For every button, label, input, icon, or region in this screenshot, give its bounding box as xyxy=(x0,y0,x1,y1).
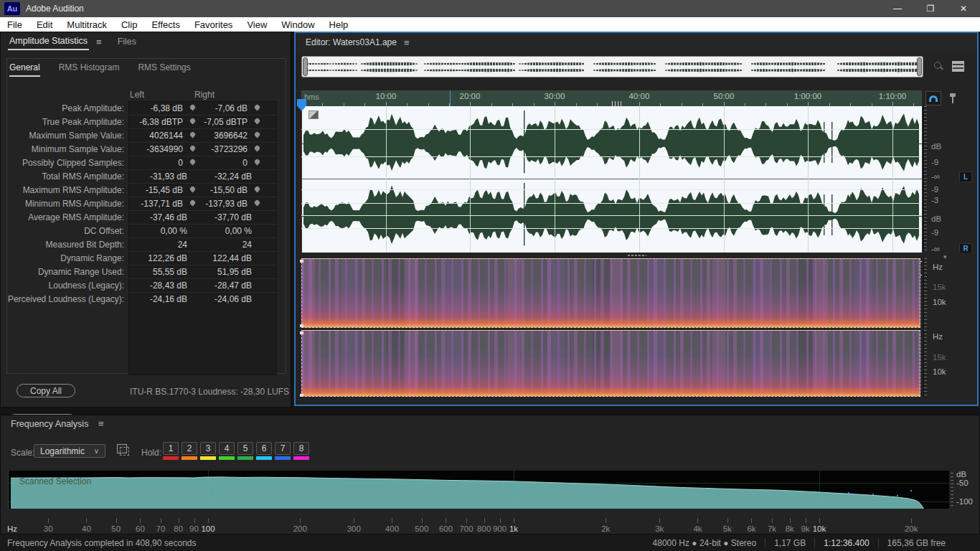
close-button[interactable]: ✕ xyxy=(947,0,980,17)
subtab-rms-settings[interactable]: RMS Settings xyxy=(138,62,190,77)
marker-pin-icon[interactable] xyxy=(949,93,956,103)
frequency-ruler-right[interactable]: Hz15k10k xyxy=(923,330,976,397)
stat-label: Maximum Sample Value: xyxy=(1,131,124,141)
location-pin-icon[interactable] xyxy=(254,131,261,138)
tab-files[interactable]: Files xyxy=(116,34,138,50)
hold-button-2[interactable]: 2 xyxy=(182,442,197,455)
table-row: Peak Amplitude:-6,38 dB-7,06 dB xyxy=(1,101,286,115)
app-logo-icon: Au xyxy=(4,2,20,15)
waveform-gridline xyxy=(301,228,922,229)
waveform-gridline xyxy=(555,106,555,253)
editor-panel-menu-icon[interactable]: ≡ xyxy=(404,37,410,48)
table-row: Maximum Sample Value:40261443696642 xyxy=(1,128,286,142)
stat-value-right: 122,44 dB xyxy=(193,253,252,263)
frequency-tick xyxy=(806,518,806,523)
location-pin-icon[interactable] xyxy=(254,159,261,166)
frequency-tick-label: 4k xyxy=(693,524,702,533)
hold-color-swatch xyxy=(237,456,253,460)
waveform-gridline xyxy=(301,203,922,204)
stat-label: Dynamic Range Used: xyxy=(1,267,124,277)
location-pin-icon[interactable] xyxy=(254,118,261,125)
menu-window[interactable]: Window xyxy=(274,17,321,32)
frequency-panel-menu-icon[interactable]: ≡ xyxy=(98,418,104,429)
table-row: True Peak Amplitude:-6,38 dBTP-7,05 dBTP xyxy=(1,115,286,128)
copy-all-button[interactable]: Copy All xyxy=(17,384,75,397)
frequency-tick xyxy=(606,518,606,523)
scale-dropdown[interactable]: Logarithmic ∨ xyxy=(34,444,105,458)
table-row: Minimum Sample Value:-3634990-3723296 xyxy=(1,142,286,156)
frequency-analysis-title[interactable]: Frequency Analysis xyxy=(11,419,88,429)
hold-button-1[interactable]: 1 xyxy=(163,442,179,455)
navigator-right-handle[interactable] xyxy=(917,57,922,76)
spectral-selection-handle[interactable] xyxy=(300,331,303,334)
zoom-navigate-icon[interactable] xyxy=(933,60,944,72)
editor-layout-icon[interactable] xyxy=(952,61,964,72)
menu-edit[interactable]: Edit xyxy=(29,17,60,32)
frequency-ruler-left[interactable]: Hz15k10k xyxy=(923,258,976,328)
table-row: Minimum RMS Amplitude:-137,71 dB-137,93 … xyxy=(1,197,286,210)
frequency-tick xyxy=(446,518,446,523)
free-space-status: 165,36 GB free xyxy=(887,538,946,548)
hold-button-7[interactable]: 7 xyxy=(275,442,291,455)
minimize-button[interactable]: — xyxy=(881,0,914,17)
splitter-handle[interactable] xyxy=(628,255,646,256)
stat-value-left: -37,46 dB xyxy=(128,212,187,222)
menu-multitrack[interactable]: Multitrack xyxy=(60,17,114,32)
hold-button-4[interactable]: 4 xyxy=(219,442,235,455)
editor-tab-title[interactable]: Editor: Waters03A1.ape xyxy=(306,37,397,47)
db-scale-label: dB xyxy=(931,142,941,151)
table-row: Maximum RMS Amplitude:-15,45 dB-15,50 dB xyxy=(1,183,286,197)
amplitude-ruler[interactable]: dB-9-∞-9-3dB-9-∞-9-3LR xyxy=(923,106,976,253)
stat-value-right: -28,47 dB xyxy=(193,281,252,291)
menu-view[interactable]: View xyxy=(240,17,274,32)
channel-button-left[interactable]: L xyxy=(959,171,972,182)
spectral-selection-handle[interactable] xyxy=(300,324,303,327)
panel-menu-icon[interactable]: ≡ xyxy=(96,37,102,47)
frequency-plot[interactable]: Scanned Selection xyxy=(8,471,949,509)
menu-help[interactable]: Help xyxy=(322,17,356,32)
table-row: Possibly Clipped Samples:00 xyxy=(1,156,286,169)
navigator-left-handle[interactable] xyxy=(303,57,308,76)
stat-value-right: 0,00 % xyxy=(193,226,252,236)
hold-color-swatch xyxy=(256,456,272,460)
subtab-rms-histogram[interactable]: RMS Histogram xyxy=(59,62,120,77)
snapping-toggle[interactable] xyxy=(925,91,941,105)
location-pin-icon[interactable] xyxy=(254,186,261,193)
frequency-tick-label: 40 xyxy=(82,524,91,533)
hold-button-5[interactable]: 5 xyxy=(237,442,253,455)
location-pin-icon[interactable] xyxy=(254,145,261,152)
spectral-selection-handle[interactable] xyxy=(300,394,303,397)
menu-file[interactable]: File xyxy=(0,17,29,32)
frequency-tick-label: 8k xyxy=(786,524,794,533)
restore-button[interactable]: ❐ xyxy=(914,0,947,17)
view-splitter[interactable] xyxy=(301,253,976,258)
menu-clip[interactable]: Clip xyxy=(114,17,144,32)
subtab-general[interactable]: General xyxy=(9,62,40,77)
hold-button-6[interactable]: 6 xyxy=(256,442,272,455)
row-separator xyxy=(128,183,277,184)
stat-value-left: 55,55 dB xyxy=(128,267,187,277)
spectral-display-left[interactable] xyxy=(301,258,920,328)
timeline-ruler[interactable]: hms 10:0020:0030:0040:0050:001:00:001:10… xyxy=(301,90,922,106)
location-pin-icon[interactable] xyxy=(254,104,261,111)
hold-button-3[interactable]: 3 xyxy=(200,442,216,455)
waveform-display[interactable] xyxy=(301,106,922,253)
stat-value-right: -15,50 dB xyxy=(193,185,248,195)
spectral-display-right[interactable] xyxy=(301,330,920,397)
table-row: Dynamic Range:122,26 dB122,44 dB xyxy=(1,251,286,265)
waveform-gridline xyxy=(724,106,725,253)
location-pin-icon[interactable] xyxy=(254,199,261,207)
hold-button-8[interactable]: 8 xyxy=(293,442,309,455)
hold-color-swatch xyxy=(200,456,216,460)
snapshot-icon[interactable] xyxy=(117,444,127,453)
waveform-gridline xyxy=(892,106,893,253)
stat-value-left: -137,71 dB xyxy=(128,199,183,209)
menu-favorites[interactable]: Favorites xyxy=(187,17,240,32)
menu-effects[interactable]: Effects xyxy=(144,17,187,32)
tab-amplitude-statistics[interactable]: Amplitude Statistics xyxy=(8,33,89,50)
frequency-tick xyxy=(300,518,301,523)
frequency-axis-unit: Hz xyxy=(7,524,17,533)
overview-navigator[interactable] xyxy=(301,56,923,77)
spectral-selection-handle[interactable] xyxy=(300,260,303,263)
row-separator xyxy=(128,169,277,170)
